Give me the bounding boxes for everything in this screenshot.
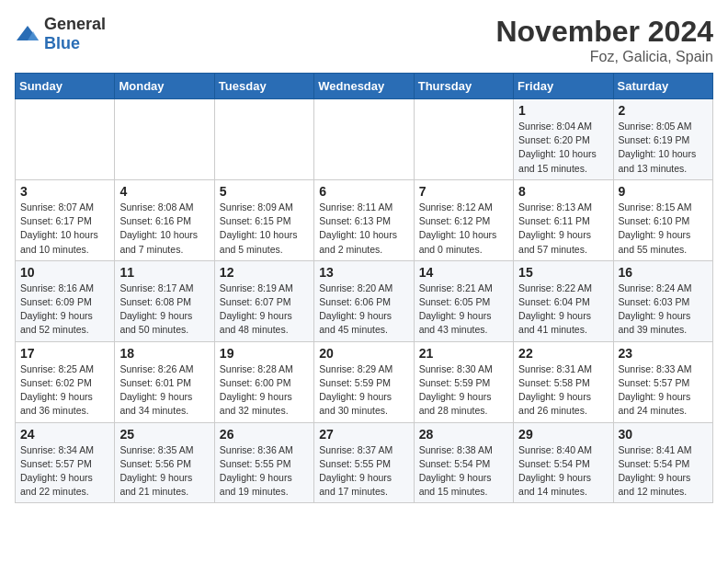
calendar-day-cell: 13Sunrise: 8:20 AM Sunset: 6:06 PM Dayli… <box>314 260 414 341</box>
calendar-day-cell: 6Sunrise: 8:11 AM Sunset: 6:13 PM Daylig… <box>314 179 414 260</box>
day-header-wednesday: Wednesday <box>314 74 414 99</box>
calendar-day-cell: 23Sunrise: 8:33 AM Sunset: 5:57 PM Dayli… <box>613 341 712 422</box>
page-location: Foz, Galicia, Spain <box>495 49 713 65</box>
calendar-day-cell: 26Sunrise: 8:36 AM Sunset: 5:55 PM Dayli… <box>214 422 313 503</box>
page-header: General Blue November 2024 Foz, Galicia,… <box>15 15 713 65</box>
day-info: Sunrise: 8:34 AM Sunset: 5:57 PM Dayligh… <box>20 443 109 500</box>
day-number: 9 <box>619 184 708 199</box>
day-info: Sunrise: 8:21 AM Sunset: 6:05 PM Dayligh… <box>419 282 508 338</box>
calendar-week-row: 1Sunrise: 8:04 AM Sunset: 6:20 PM Daylig… <box>16 99 713 180</box>
day-info: Sunrise: 8:05 AM Sunset: 6:19 PM Dayligh… <box>619 120 708 176</box>
calendar-day-cell <box>16 99 115 180</box>
day-number: 11 <box>119 265 209 280</box>
day-number: 10 <box>20 265 109 280</box>
day-info: Sunrise: 8:30 AM Sunset: 5:59 PM Dayligh… <box>419 362 508 419</box>
day-number: 23 <box>619 346 708 361</box>
day-info: Sunrise: 8:24 AM Sunset: 6:03 PM Dayligh… <box>619 282 708 338</box>
day-number: 17 <box>20 346 109 361</box>
day-number: 3 <box>20 184 109 199</box>
calendar-day-cell: 20Sunrise: 8:29 AM Sunset: 5:59 PM Dayli… <box>314 341 414 422</box>
day-info: Sunrise: 8:12 AM Sunset: 6:12 PM Dayligh… <box>419 201 508 257</box>
calendar-day-cell: 2Sunrise: 8:05 AM Sunset: 6:19 PM Daylig… <box>613 99 712 180</box>
calendar-day-cell: 10Sunrise: 8:16 AM Sunset: 6:09 PM Dayli… <box>16 260 115 341</box>
day-header-saturday: Saturday <box>613 74 712 99</box>
calendar-day-cell: 11Sunrise: 8:17 AM Sunset: 6:08 PM Dayli… <box>115 260 214 341</box>
day-number: 28 <box>419 427 508 442</box>
day-info: Sunrise: 8:22 AM Sunset: 6:04 PM Dayligh… <box>518 282 608 338</box>
calendar-day-cell: 17Sunrise: 8:25 AM Sunset: 6:02 PM Dayli… <box>16 341 115 422</box>
calendar-table: SundayMondayTuesdayWednesdayThursdayFrid… <box>15 73 713 503</box>
calendar-day-cell: 30Sunrise: 8:41 AM Sunset: 5:54 PM Dayli… <box>613 422 712 503</box>
day-number: 22 <box>518 346 608 361</box>
day-number: 30 <box>619 427 708 442</box>
day-number: 29 <box>518 427 608 442</box>
day-info: Sunrise: 8:35 AM Sunset: 5:56 PM Dayligh… <box>119 443 209 500</box>
calendar-header-row: SundayMondayTuesdayWednesdayThursdayFrid… <box>16 74 713 99</box>
day-number: 19 <box>220 346 309 361</box>
day-info: Sunrise: 8:16 AM Sunset: 6:09 PM Dayligh… <box>20 282 109 338</box>
day-number: 2 <box>619 103 708 118</box>
day-info: Sunrise: 8:26 AM Sunset: 6:01 PM Dayligh… <box>119 362 209 419</box>
day-number: 27 <box>319 427 408 442</box>
title-block: November 2024 Foz, Galicia, Spain <box>495 15 713 65</box>
calendar-day-cell: 22Sunrise: 8:31 AM Sunset: 5:58 PM Dayli… <box>514 341 613 422</box>
day-info: Sunrise: 8:25 AM Sunset: 6:02 PM Dayligh… <box>20 362 109 419</box>
logo: General Blue <box>15 15 106 53</box>
day-number: 18 <box>119 346 209 361</box>
calendar-day-cell: 16Sunrise: 8:24 AM Sunset: 6:03 PM Dayli… <box>613 260 712 341</box>
calendar-day-cell: 28Sunrise: 8:38 AM Sunset: 5:54 PM Dayli… <box>414 422 513 503</box>
day-number: 24 <box>20 427 109 442</box>
calendar-week-row: 24Sunrise: 8:34 AM Sunset: 5:57 PM Dayli… <box>16 422 713 503</box>
day-header-tuesday: Tuesday <box>214 74 313 99</box>
day-info: Sunrise: 8:15 AM Sunset: 6:10 PM Dayligh… <box>619 201 708 257</box>
calendar-day-cell: 9Sunrise: 8:15 AM Sunset: 6:10 PM Daylig… <box>613 179 712 260</box>
day-info: Sunrise: 8:09 AM Sunset: 6:15 PM Dayligh… <box>220 201 309 257</box>
calendar-day-cell: 4Sunrise: 8:08 AM Sunset: 6:16 PM Daylig… <box>115 179 214 260</box>
calendar-day-cell <box>214 99 313 180</box>
calendar-day-cell: 8Sunrise: 8:13 AM Sunset: 6:11 PM Daylig… <box>514 179 613 260</box>
day-info: Sunrise: 8:36 AM Sunset: 5:55 PM Dayligh… <box>220 443 309 500</box>
day-header-thursday: Thursday <box>414 74 513 99</box>
calendar-day-cell: 25Sunrise: 8:35 AM Sunset: 5:56 PM Dayli… <box>115 422 214 503</box>
calendar-day-cell <box>115 99 214 180</box>
day-number: 7 <box>419 184 508 199</box>
calendar-week-row: 10Sunrise: 8:16 AM Sunset: 6:09 PM Dayli… <box>16 260 713 341</box>
day-number: 5 <box>220 184 309 199</box>
day-info: Sunrise: 8:31 AM Sunset: 5:58 PM Dayligh… <box>518 362 608 419</box>
day-number: 25 <box>119 427 209 442</box>
calendar-day-cell: 12Sunrise: 8:19 AM Sunset: 6:07 PM Dayli… <box>214 260 313 341</box>
day-number: 1 <box>518 103 608 118</box>
day-number: 6 <box>319 184 408 199</box>
calendar-day-cell: 3Sunrise: 8:07 AM Sunset: 6:17 PM Daylig… <box>16 179 115 260</box>
day-info: Sunrise: 8:07 AM Sunset: 6:17 PM Dayligh… <box>20 201 109 257</box>
day-number: 20 <box>319 346 408 361</box>
calendar-day-cell: 27Sunrise: 8:37 AM Sunset: 5:55 PM Dayli… <box>314 422 414 503</box>
day-info: Sunrise: 8:04 AM Sunset: 6:20 PM Dayligh… <box>518 120 608 176</box>
calendar-day-cell: 18Sunrise: 8:26 AM Sunset: 6:01 PM Dayli… <box>115 341 214 422</box>
day-info: Sunrise: 8:20 AM Sunset: 6:06 PM Dayligh… <box>319 282 408 338</box>
day-info: Sunrise: 8:13 AM Sunset: 6:11 PM Dayligh… <box>518 201 608 257</box>
calendar-week-row: 3Sunrise: 8:07 AM Sunset: 6:17 PM Daylig… <box>16 179 713 260</box>
day-header-sunday: Sunday <box>16 74 115 99</box>
day-header-friday: Friday <box>514 74 613 99</box>
calendar-day-cell: 15Sunrise: 8:22 AM Sunset: 6:04 PM Dayli… <box>514 260 613 341</box>
day-number: 21 <box>419 346 508 361</box>
day-number: 16 <box>619 265 708 280</box>
day-info: Sunrise: 8:17 AM Sunset: 6:08 PM Dayligh… <box>119 282 209 338</box>
calendar-day-cell: 14Sunrise: 8:21 AM Sunset: 6:05 PM Dayli… <box>414 260 513 341</box>
day-info: Sunrise: 8:28 AM Sunset: 6:00 PM Dayligh… <box>220 362 309 419</box>
logo-blue: Blue <box>44 34 80 52</box>
day-info: Sunrise: 8:19 AM Sunset: 6:07 PM Dayligh… <box>220 282 309 338</box>
calendar-day-cell: 24Sunrise: 8:34 AM Sunset: 5:57 PM Dayli… <box>16 422 115 503</box>
calendar-day-cell: 5Sunrise: 8:09 AM Sunset: 6:15 PM Daylig… <box>214 179 313 260</box>
day-number: 4 <box>119 184 209 199</box>
calendar-day-cell: 19Sunrise: 8:28 AM Sunset: 6:00 PM Dayli… <box>214 341 313 422</box>
day-info: Sunrise: 8:40 AM Sunset: 5:54 PM Dayligh… <box>518 443 608 500</box>
day-info: Sunrise: 8:33 AM Sunset: 5:57 PM Dayligh… <box>619 362 708 419</box>
calendar-day-cell <box>414 99 513 180</box>
day-number: 12 <box>220 265 309 280</box>
day-number: 13 <box>319 265 408 280</box>
calendar-day-cell <box>314 99 414 180</box>
day-info: Sunrise: 8:38 AM Sunset: 5:54 PM Dayligh… <box>419 443 508 500</box>
calendar-day-cell: 7Sunrise: 8:12 AM Sunset: 6:12 PM Daylig… <box>414 179 513 260</box>
